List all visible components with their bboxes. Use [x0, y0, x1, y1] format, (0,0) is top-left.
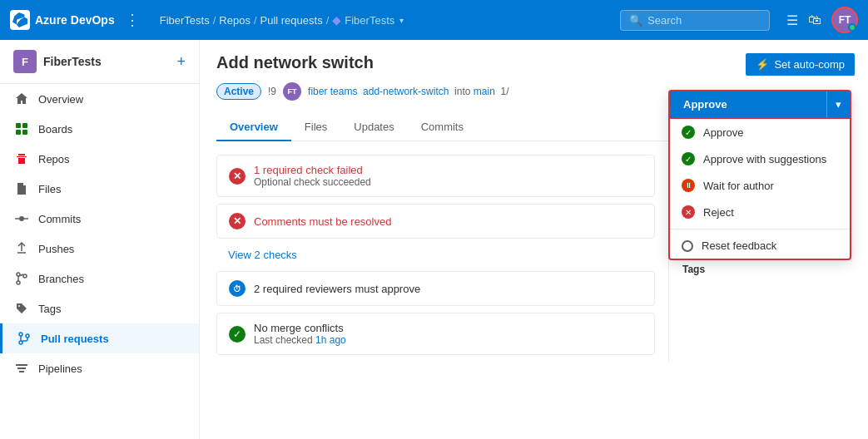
branches-icon [13, 270, 30, 287]
check-main-3: 2 required reviewers must approve [254, 283, 642, 295]
svg-point-4 [19, 216, 24, 221]
info-icon-3: ⏱ [229, 280, 246, 297]
nav-icons: ☰ 🛍 FT [786, 7, 858, 33]
project-icon: F [13, 50, 37, 73]
branch-info: fiber teams add-network-switch into main… [308, 86, 508, 97]
pushes-icon [13, 240, 30, 257]
content-area: Add network switch Active !9 FT fiber te… [200, 40, 868, 439]
sidebar-item-commits[interactable]: Commits [0, 204, 199, 234]
sidebar-item-tags[interactable]: Tags [0, 293, 199, 323]
dropdown-divider [670, 229, 850, 229]
check-item-2: ✕ Comments must be resolved [216, 204, 655, 239]
tags-section: Tags [682, 264, 851, 275]
azure-devops-icon [10, 10, 30, 30]
check-item-4: ✓ No merge conflicts Last checked 1h ago [216, 313, 655, 355]
sidebar-item-repos[interactable]: Repos [0, 144, 199, 174]
files-label: Files [38, 183, 61, 195]
check-main-1: 1 required check failed [254, 164, 642, 176]
svg-point-10 [19, 333, 22, 336]
view-checks-link[interactable]: View 2 checks [216, 245, 309, 264]
tab-commits[interactable]: Commits [408, 114, 477, 141]
dropdown-item-approve[interactable]: ✓ Approve [670, 119, 850, 146]
shopping-icon[interactable]: 🛍 [808, 12, 821, 27]
pushes-label: Pushes [38, 243, 74, 255]
sidebar-item-boards[interactable]: Boards [0, 114, 199, 144]
dropdown-item-wait-author[interactable]: ⏸ Wait for author [670, 172, 850, 199]
sidebar: F FiberTests + Overview Boards [0, 40, 200, 439]
add-project-button[interactable]: + [176, 53, 186, 71]
author-avatar: FT [283, 82, 301, 101]
breadcrumb: FiberTests / Repos / Pull requests / ◆ F… [160, 13, 404, 27]
sidebar-item-pipelines[interactable]: Pipelines [0, 353, 199, 383]
branch-target-link[interactable]: main [474, 86, 495, 97]
reset-dot [682, 240, 693, 252]
sidebar-header: F FiberTests + [0, 40, 199, 84]
check-main-4: No merge conflicts [254, 322, 642, 334]
tags-icon [13, 300, 30, 317]
check-main-2: Comments must be resolved [254, 215, 642, 228]
home-icon [13, 91, 30, 107]
dropdown-item-reject[interactable]: ✕ Reject [670, 199, 850, 225]
tags-label: Tags [38, 303, 61, 315]
sidebar-item-pullrequests[interactable]: Pull requests [0, 323, 199, 353]
pullrequests-label: Pull requests [41, 333, 109, 345]
sidebar-item-files[interactable]: Files [0, 174, 199, 204]
search-icon: 🔍 [629, 14, 642, 27]
user-avatar[interactable]: FT [831, 7, 858, 33]
check-sub-4: Last checked 1h ago [254, 334, 642, 346]
sidebar-item-pushes[interactable]: Pushes [0, 234, 199, 264]
pipelines-icon [13, 360, 30, 377]
repos-label: Repos [38, 153, 70, 165]
error-icon-2: ✕ [229, 213, 246, 229]
success-icon-4: ✓ [229, 326, 246, 343]
commit-count: !9 [268, 86, 276, 97]
more-options-icon[interactable]: ⋮ [125, 11, 140, 29]
svg-rect-2 [16, 130, 21, 135]
branches-label: Branches [38, 273, 84, 285]
svg-rect-1 [22, 123, 27, 128]
commits-label: Commits [38, 213, 81, 225]
branch-link[interactable]: fiber teams [308, 86, 357, 97]
search-box[interactable]: 🔍 [620, 10, 770, 31]
check-item-3: ⏱ 2 required reviewers must approve [216, 271, 655, 306]
tab-files[interactable]: Files [291, 114, 340, 141]
set-auto-complete-button[interactable]: ⚡ Set auto-comp [746, 53, 855, 76]
sidebar-item-overview[interactable]: Overview [0, 84, 199, 114]
svg-point-9 [23, 274, 27, 278]
breadcrumb-current[interactable]: ◆ FiberTests ▾ [332, 13, 404, 27]
approve-dot: ✓ [682, 126, 695, 139]
dropdown-item-reset[interactable]: Reset feedback [670, 233, 850, 259]
branch-source-link[interactable]: add-network-switch [363, 86, 449, 97]
sidebar-item-branches[interactable]: Branches [0, 264, 199, 293]
boards-icon [13, 121, 30, 137]
status-badge: Active [216, 83, 261, 100]
tab-overview[interactable]: Overview [216, 114, 291, 141]
error-icon-1: ✕ [229, 168, 246, 185]
wait-author-dot: ⏸ [682, 179, 695, 192]
check-item-1: ✕ 1 required check failed Optional check… [216, 155, 655, 197]
check-time-link[interactable]: 1h ago [315, 334, 346, 346]
check-sub-1: Optional check succeeded [254, 176, 642, 188]
app-logo[interactable]: Azure DevOps [10, 10, 115, 30]
approve-chevron-button[interactable]: ▾ [826, 91, 850, 117]
approve-main-button[interactable]: Approve [670, 91, 826, 117]
svg-rect-3 [22, 130, 27, 135]
reject-dot: ✕ [682, 205, 695, 219]
breadcrumb-fibertests[interactable]: FiberTests [160, 14, 210, 27]
svg-point-11 [19, 341, 22, 344]
status-dot [848, 23, 856, 32]
repos-icon [13, 150, 30, 167]
dropdown-item-approve-suggestions[interactable]: ✓ Approve with suggestions [670, 146, 850, 172]
svg-point-12 [26, 334, 29, 338]
tags-label: Tags [682, 264, 851, 275]
breadcrumb-pullrequests[interactable]: Pull requests [260, 14, 323, 27]
approve-suggestions-dot: ✓ [682, 152, 695, 165]
approve-dropdown: Approve ▾ ✓ Approve ✓ Approve with sugge… [668, 90, 851, 260]
auto-complete-icon: ⚡ [756, 58, 769, 71]
boards-label: Boards [38, 123, 72, 136]
settings-icon[interactable]: ☰ [786, 12, 798, 28]
pullrequests-icon [16, 330, 32, 347]
search-input[interactable] [647, 14, 756, 27]
tab-updates[interactable]: Updates [340, 114, 407, 141]
breadcrumb-repos[interactable]: Repos [219, 14, 250, 27]
